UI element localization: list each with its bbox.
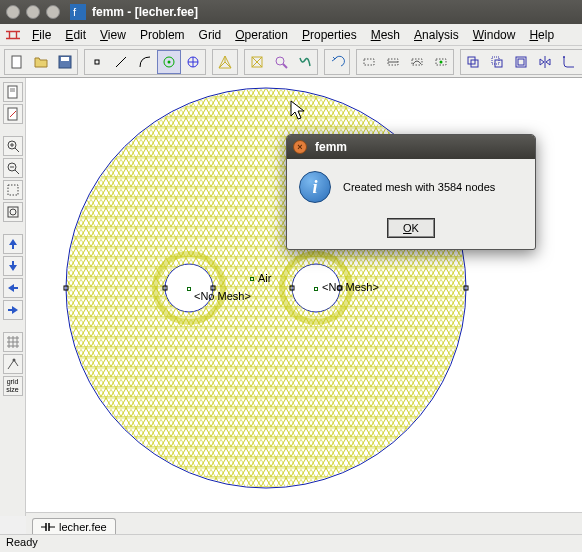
show-grid-button[interactable] bbox=[3, 332, 23, 352]
menu-help[interactable]: Help bbox=[523, 26, 560, 44]
save-button[interactable] bbox=[53, 50, 77, 74]
svg-rect-26 bbox=[518, 59, 524, 65]
left-toolbar: grid size bbox=[0, 78, 26, 516]
window-maximize-button[interactable] bbox=[46, 5, 60, 19]
open-button[interactable] bbox=[29, 50, 53, 74]
menu-file[interactable]: File bbox=[26, 26, 57, 44]
new-button[interactable] bbox=[5, 50, 29, 74]
menu-problem[interactable]: Problem bbox=[134, 26, 191, 44]
pan-down-button[interactable] bbox=[3, 256, 23, 276]
selrect-1-button[interactable] bbox=[357, 50, 381, 74]
group-tool[interactable] bbox=[181, 50, 205, 74]
document-tabbar: lecher.fee bbox=[26, 512, 582, 534]
mdi-restore-icon[interactable] bbox=[6, 28, 20, 42]
menu-mesh[interactable]: Mesh bbox=[365, 26, 406, 44]
mesh-button[interactable] bbox=[213, 50, 237, 74]
dialog-title: femm bbox=[315, 140, 347, 154]
menu-view[interactable]: View bbox=[94, 26, 132, 44]
toolbar: dxf bbox=[0, 46, 582, 78]
scale-button[interactable] bbox=[509, 50, 533, 74]
zoom-out-button[interactable] bbox=[3, 158, 23, 178]
document-tab-label: lecher.fee bbox=[59, 521, 107, 533]
pan-left-button[interactable] bbox=[3, 278, 23, 298]
svg-point-13 bbox=[276, 57, 284, 65]
segment-tool[interactable] bbox=[109, 50, 133, 74]
block-marker-hole2[interactable] bbox=[314, 287, 318, 291]
capacitor-icon bbox=[41, 522, 55, 532]
svg-point-28 bbox=[563, 56, 565, 58]
lua-console-button[interactable] bbox=[293, 50, 317, 74]
dialog-message: Created mesh with 3584 nodes bbox=[343, 181, 495, 193]
block-marker-hole1[interactable] bbox=[187, 287, 191, 291]
svg-rect-15 bbox=[364, 59, 374, 65]
selrect-3-button[interactable] bbox=[405, 50, 429, 74]
pan-right-button[interactable] bbox=[3, 300, 23, 320]
move-button[interactable] bbox=[485, 50, 509, 74]
fillet-button[interactable] bbox=[557, 50, 581, 74]
dialog-titlebar[interactable]: × femm bbox=[287, 135, 535, 159]
zoom-extents-button[interactable] bbox=[3, 202, 23, 222]
svg-rect-2 bbox=[12, 56, 21, 68]
block-marker-air[interactable] bbox=[250, 277, 254, 281]
app-icon: f bbox=[70, 4, 86, 20]
ok-button[interactable]: OK bbox=[388, 219, 434, 237]
svg-rect-31 bbox=[8, 86, 17, 98]
svg-rect-42 bbox=[8, 185, 18, 195]
block-label-tool[interactable] bbox=[157, 50, 181, 74]
menu-edit[interactable]: Edit bbox=[59, 26, 92, 44]
statusbar: Ready bbox=[0, 534, 582, 552]
svg-line-40 bbox=[15, 170, 19, 174]
menu-properties[interactable]: Properties bbox=[296, 26, 363, 44]
window-close-button[interactable] bbox=[6, 5, 20, 19]
svg-line-14 bbox=[283, 64, 287, 68]
run-analysis-button[interactable] bbox=[245, 50, 269, 74]
status-text: Ready bbox=[6, 536, 38, 548]
pan-up-button[interactable] bbox=[3, 234, 23, 254]
svg-point-20 bbox=[440, 60, 443, 63]
zoom-in-button[interactable] bbox=[3, 136, 23, 156]
selrect-4-button[interactable] bbox=[429, 50, 453, 74]
window-title: femm - [lecher.fee] bbox=[92, 5, 198, 19]
menu-window[interactable]: Window bbox=[467, 26, 522, 44]
svg-point-51 bbox=[12, 359, 15, 362]
arc-tool[interactable] bbox=[133, 50, 157, 74]
selrect-2-button[interactable] bbox=[381, 50, 405, 74]
menu-grid[interactable]: Grid bbox=[193, 26, 228, 44]
zoom-window-button[interactable] bbox=[3, 180, 23, 200]
edit-props-button[interactable] bbox=[3, 104, 23, 124]
svg-line-6 bbox=[116, 57, 126, 67]
svg-rect-5 bbox=[95, 60, 99, 64]
grid-size-button[interactable]: grid size bbox=[3, 376, 23, 396]
menu-operation[interactable]: Operation bbox=[229, 26, 294, 44]
label-no-mesh-1: <No Mesh> bbox=[194, 290, 251, 302]
info-dialog: × femm i Created mesh with 3584 nodes OK bbox=[286, 134, 536, 250]
svg-point-8 bbox=[168, 60, 171, 63]
copy-button[interactable] bbox=[461, 50, 485, 74]
menubar: File Edit View Problem Grid Operation Pr… bbox=[0, 24, 582, 46]
svg-line-36 bbox=[15, 148, 19, 152]
snap-grid-button[interactable] bbox=[3, 354, 23, 374]
dialog-close-button[interactable]: × bbox=[293, 140, 307, 154]
undo-button[interactable] bbox=[325, 50, 349, 74]
menu-analysis[interactable]: Analysis bbox=[408, 26, 465, 44]
window-minimize-button[interactable] bbox=[26, 5, 40, 19]
doc-props-button[interactable] bbox=[3, 82, 23, 102]
document-tab[interactable]: lecher.fee bbox=[32, 518, 116, 535]
label-air: Air bbox=[258, 272, 271, 284]
svg-point-44 bbox=[10, 209, 16, 215]
label-no-mesh-2: <No Mesh> bbox=[322, 281, 379, 293]
svg-rect-4 bbox=[61, 57, 69, 61]
mirror-button[interactable] bbox=[533, 50, 557, 74]
node-tool[interactable] bbox=[85, 50, 109, 74]
info-icon: i bbox=[299, 171, 331, 203]
view-results-button[interactable] bbox=[269, 50, 293, 74]
window-titlebar: f femm - [lecher.fee] bbox=[0, 0, 582, 24]
